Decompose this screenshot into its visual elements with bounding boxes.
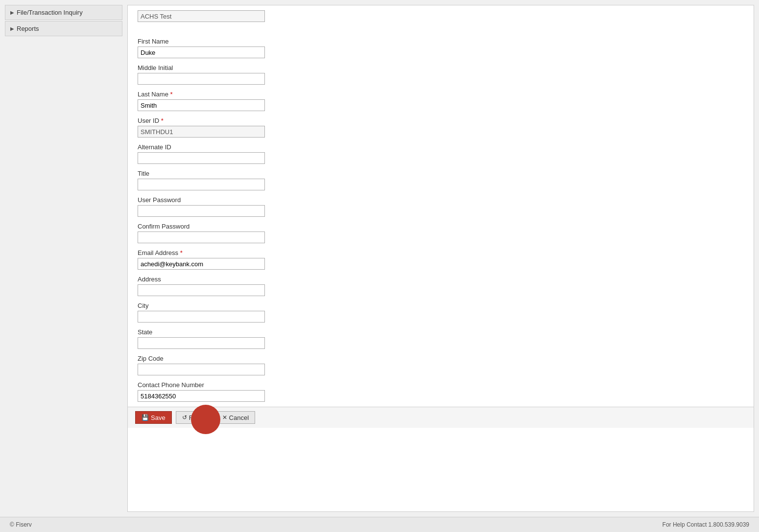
form-group-middle-initial: Middle Initial	[138, 64, 744, 85]
cancel-icon: ✕	[222, 414, 227, 421]
contact-phone-input[interactable]	[138, 390, 265, 402]
form-group-address: Address	[138, 276, 744, 296]
reset-button[interactable]: ↺ Reset	[176, 411, 212, 424]
help-text: For Help Contact 1.800.539.9039	[663, 521, 749, 528]
address-input[interactable]	[138, 284, 265, 296]
form-group-user-id: User ID *	[138, 117, 744, 138]
email-input[interactable]	[138, 258, 265, 270]
action-bar: 💾 Save ↺ Reset ✕ Cancel	[128, 407, 754, 428]
form-group-city: City	[138, 302, 744, 323]
alternate-id-input[interactable]	[138, 152, 265, 164]
last-name-input[interactable]	[138, 99, 265, 111]
user-details-section: First Name Middle Initial Last Name *	[128, 30, 754, 407]
cancel-button[interactable]: ✕ Cancel	[216, 411, 255, 424]
email-required: *	[180, 249, 183, 256]
state-input[interactable]	[138, 337, 265, 349]
alternate-id-label: Alternate ID	[138, 143, 744, 151]
confirm-password-label: Confirm Password	[138, 223, 744, 230]
title-label: Title	[138, 170, 744, 177]
chevron-icon-reports: ▶	[10, 26, 14, 31]
last-name-label: Last Name *	[138, 91, 744, 98]
form-group-zip-code: Zip Code	[138, 355, 744, 375]
confirm-password-input[interactable]	[138, 231, 265, 243]
last-name-required: *	[170, 91, 173, 98]
chevron-icon-file-transaction: ▶	[10, 10, 14, 15]
form-group-last-name: Last Name *	[138, 91, 744, 111]
footer: © Fiserv For Help Contact 1.800.539.9039	[0, 517, 759, 532]
page-wrapper: ▶ File/Transaction Inquiry ▶ Reports	[0, 0, 759, 532]
form-group-achs-test	[138, 10, 744, 22]
form-panel: First Name Middle Initial Last Name *	[127, 5, 754, 512]
user-password-input[interactable]	[138, 205, 265, 217]
form-scroll: First Name Middle Initial Last Name *	[128, 5, 754, 407]
city-label: City	[138, 302, 744, 309]
save-button[interactable]: 💾 Save	[135, 411, 172, 424]
reset-icon: ↺	[182, 414, 187, 421]
title-input[interactable]	[138, 179, 265, 190]
save-icon: 💾	[142, 414, 149, 421]
form-group-first-name: First Name	[138, 38, 744, 58]
form-group-email: Email Address *	[138, 249, 744, 270]
zip-code-label: Zip Code	[138, 355, 744, 362]
main-content: ▶ File/Transaction Inquiry ▶ Reports	[0, 0, 759, 517]
achs-test-input[interactable]	[138, 10, 265, 22]
middle-initial-label: Middle Initial	[138, 64, 744, 71]
email-label: Email Address *	[138, 249, 744, 256]
user-id-input[interactable]	[138, 126, 265, 138]
city-input[interactable]	[138, 311, 265, 323]
sidebar-item-file-transaction[interactable]: ▶ File/Transaction Inquiry	[5, 5, 122, 20]
copyright-text: © Fiserv	[10, 521, 32, 528]
user-id-label: User ID *	[138, 117, 744, 124]
partial-top-section	[128, 5, 754, 30]
form-group-state: State	[138, 328, 744, 349]
form-group-alternate-id: Alternate ID	[138, 143, 744, 164]
form-group-title: Title	[138, 170, 744, 190]
sidebar-item-label-reports: Reports	[17, 25, 39, 32]
sidebar-item-reports[interactable]: ▶ Reports	[5, 21, 122, 36]
address-label: Address	[138, 276, 744, 283]
form-group-contact-phone: Contact Phone Number	[138, 381, 744, 402]
contact-phone-label: Contact Phone Number	[138, 381, 744, 389]
user-id-required: *	[161, 117, 164, 124]
state-label: State	[138, 328, 744, 336]
sidebar-item-label-file-transaction: File/Transaction Inquiry	[17, 9, 83, 16]
first-name-label: First Name	[138, 38, 744, 45]
middle-initial-input[interactable]	[138, 73, 265, 85]
form-group-confirm-password: Confirm Password	[138, 223, 744, 243]
form-group-user-password: User Password	[138, 196, 744, 217]
zip-code-input[interactable]	[138, 364, 265, 375]
user-password-label: User Password	[138, 196, 744, 204]
sidebar: ▶ File/Transaction Inquiry ▶ Reports	[5, 5, 122, 512]
first-name-input[interactable]	[138, 46, 265, 58]
